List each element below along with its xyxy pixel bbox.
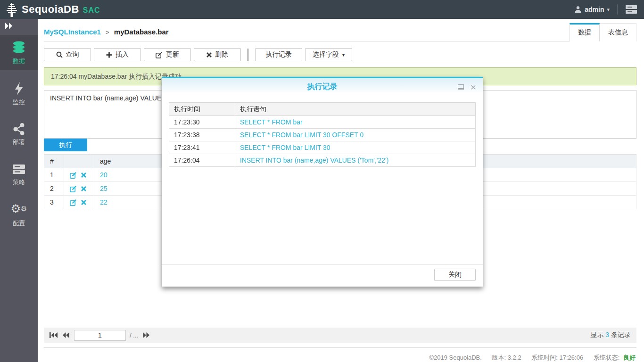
delete-button[interactable]: 删除 — [194, 48, 241, 61]
exec-time: 17:23:41 — [169, 141, 235, 154]
monitor-lightning-icon — [12, 82, 25, 96]
sequoia-tree-icon — [5, 2, 19, 17]
sidebar-expand-button[interactable] — [0, 19, 38, 33]
update-button[interactable]: 更新 — [144, 48, 191, 61]
exec-record-row: 17:23:38 SELECT * FROM bar LIMIT 30 OFFS… — [169, 129, 476, 141]
row-index: 3 — [44, 196, 64, 209]
tab-table-info[interactable]: 表信息 — [600, 23, 636, 41]
database-icon — [12, 41, 26, 55]
host-list-icon[interactable] — [625, 5, 637, 14]
pagination-bar: / ... 显示 3 条记录 — [44, 328, 636, 343]
sidebar-item-data[interactable]: 数据 — [0, 35, 38, 70]
first-page-button[interactable] — [50, 332, 58, 338]
exec-record-row: 17:23:30 SELECT * FROM bar — [169, 116, 476, 129]
insert-button[interactable]: 插入 — [94, 48, 141, 61]
exec-records-dialog: 执行记录 × 执行时间 执行语句 17:23:30 SELECT * FROM … — [162, 77, 483, 287]
system-status-label: 系统状态: — [594, 354, 620, 361]
user-name: admin — [585, 6, 604, 13]
operations-column-header — [64, 155, 94, 168]
double-chevron-right-icon — [5, 23, 13, 29]
brand-suffix: SAC — [83, 6, 100, 15]
delete-record-icon[interactable] — [81, 186, 86, 191]
execute-button[interactable]: 执行 — [44, 139, 87, 151]
sidebar-item-label: 配置 — [13, 219, 25, 228]
user-menu[interactable]: admin ▾ — [574, 6, 610, 13]
exec-records-header: 执行时间 执行语句 — [169, 103, 476, 116]
edit-record-icon[interactable] — [70, 199, 77, 206]
sidebar-item-label: 监控 — [13, 98, 25, 107]
system-time: 系统时间: 17:26:06 — [531, 354, 583, 361]
breadcrumb-instance-link[interactable]: MySQLInstance1 — [44, 28, 101, 36]
breadcrumb-separator: > — [106, 29, 109, 36]
exec-time: 17:23:30 — [169, 116, 235, 129]
exec-statement[interactable]: SELECT * FROM bar LIMIT 30 — [235, 141, 476, 154]
tab-data[interactable]: 数据 — [570, 23, 600, 41]
app-logo: SequoiaDB SAC — [5, 2, 100, 17]
exec-time: 17:26:04 — [169, 154, 235, 167]
chevron-down-icon: ▾ — [607, 7, 610, 13]
dialog-title: 执行记录 — [162, 82, 483, 92]
exec-record-row: 17:23:41 SELECT * FROM bar LIMIT 30 — [169, 141, 476, 154]
dialog-footer: 关闭 — [162, 264, 483, 287]
config-gears-icon: ⚙⚙ — [11, 203, 27, 217]
sidebar-item-monitor[interactable]: 监控 — [0, 76, 38, 111]
delete-record-icon[interactable] — [81, 200, 86, 205]
plus-icon — [106, 52, 112, 58]
header-row: MySQLInstance1 > myDatabase.bar 数据 表信息 — [44, 19, 636, 41]
topbar-divider — [617, 4, 618, 15]
record-count-summary: 显示 3 条记录 — [590, 331, 631, 339]
deploy-share-icon — [12, 123, 25, 136]
sidebar-item-strategy[interactable]: 策略 — [0, 157, 38, 191]
exec-record-row: 17:26:04 INSERT INTO bar (name,age) VALU… — [169, 154, 476, 167]
strategy-server-icon — [12, 163, 26, 176]
close-icon[interactable]: × — [471, 82, 476, 92]
x-icon — [206, 52, 212, 58]
row-index: 2 — [44, 182, 64, 196]
select-fields-button[interactable]: 选择字段 ▾ — [305, 48, 352, 61]
sidebar: 数据 监控 — [0, 19, 38, 362]
page-total-label: / ... — [130, 332, 138, 339]
sidebar-item-label: 数据 — [13, 57, 25, 66]
row-index: 1 — [44, 168, 64, 182]
exec-statement[interactable]: SELECT * FROM bar — [235, 116, 476, 129]
chevron-down-icon: ▾ — [342, 52, 345, 58]
sidebar-item-deploy[interactable]: 部署 — [0, 117, 38, 151]
toolbar-divider — [248, 49, 248, 61]
index-column-header: # — [44, 155, 64, 168]
prev-page-button[interactable] — [62, 332, 69, 338]
page-footer: ©2019 SequoiaDB. 版本: 3.2.2 系统时间: 17:26:0… — [44, 347, 636, 362]
page-number-input[interactable] — [74, 330, 126, 341]
status-badge: 良好 — [623, 354, 636, 361]
exec-statement[interactable]: INSERT INTO bar (name,age) VALUES ('Tom'… — [235, 154, 476, 167]
exec-records-button[interactable]: 执行记录 — [255, 48, 302, 61]
close-dialog-button[interactable]: 关闭 — [434, 269, 476, 281]
user-icon — [574, 6, 582, 13]
delete-record-icon[interactable] — [81, 173, 86, 178]
dialog-body: 执行时间 执行语句 17:23:30 SELECT * FROM bar 17:… — [162, 96, 483, 264]
sidebar-item-label: 部署 — [13, 138, 25, 147]
search-icon — [56, 51, 63, 58]
breadcrumb-current: myDatabase.bar — [114, 28, 169, 36]
brand-name: SequoiaDB — [22, 3, 79, 16]
toolbar: 查询 插入 更新 删除 执行记录 选择字段 ▾ — [44, 48, 636, 61]
version-info: 版本: 3.2.2 — [492, 354, 521, 361]
next-page-button[interactable] — [143, 332, 150, 338]
exec-records-table: 执行时间 执行语句 17:23:30 SELECT * FROM bar 17:… — [169, 102, 476, 167]
topbar: SequoiaDB SAC admin ▾ — [0, 0, 644, 19]
edit-record-icon[interactable] — [70, 185, 77, 192]
sidebar-item-label: 策略 — [13, 178, 25, 187]
copyright: ©2019 SequoiaDB. — [429, 354, 482, 361]
maximize-icon[interactable] — [458, 84, 464, 90]
dialog-header: 执行记录 × — [162, 78, 483, 96]
edit-icon — [156, 51, 163, 58]
tab-bar: 数据 表信息 — [570, 23, 636, 41]
time-column-header: 执行时间 — [169, 103, 235, 116]
sidebar-item-config[interactable]: ⚙⚙ 配置 — [0, 197, 38, 232]
record-count: 3 — [605, 331, 609, 338]
exec-statement[interactable]: SELECT * FROM bar LIMIT 30 OFFSET 0 — [235, 129, 476, 141]
statement-column-header: 执行语句 — [235, 103, 476, 116]
exec-time: 17:23:38 — [169, 129, 235, 141]
breadcrumb: MySQLInstance1 > myDatabase.bar — [44, 28, 169, 36]
edit-record-icon[interactable] — [70, 172, 77, 179]
query-button[interactable]: 查询 — [44, 48, 91, 61]
